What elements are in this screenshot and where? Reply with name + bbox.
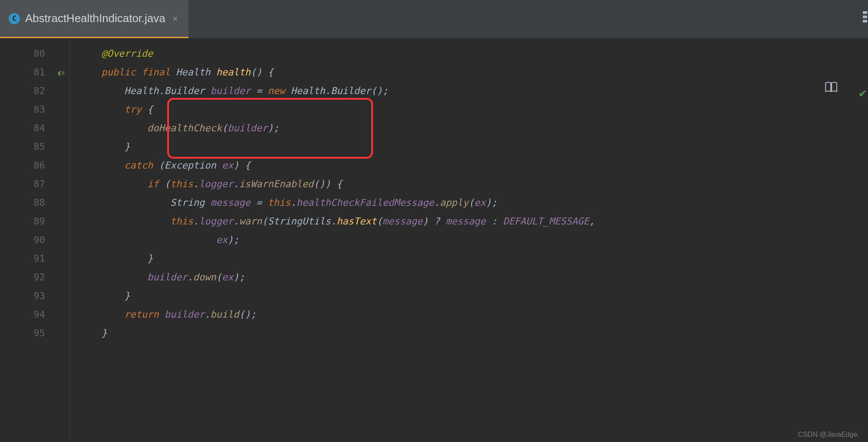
line-number: 94 <box>34 305 45 324</box>
code-line: try { <box>70 100 868 119</box>
line-number: 80 <box>34 44 45 63</box>
line-number: 89 <box>34 212 45 231</box>
code-line: if (this.logger.isWarnEnabled()) { <box>70 175 868 193</box>
line-number: 86 <box>34 156 45 175</box>
tab-bar: C AbstractHealthIndicator.java × <box>0 0 868 38</box>
code-line: catch (Exception ex) { <box>70 156 868 175</box>
inspection-ok-icon[interactable]: ✔ <box>859 86 866 100</box>
code-content[interactable]: @Override public final Health health() {… <box>69 38 868 442</box>
line-number: 83 <box>34 100 45 119</box>
line-number: 93 <box>34 286 45 305</box>
file-tab[interactable]: C AbstractHealthIndicator.java × <box>0 0 188 38</box>
reader-mode-icon[interactable] <box>825 81 838 95</box>
more-menu-icon[interactable] <box>863 11 868 23</box>
code-line: } <box>70 249 868 268</box>
code-line: } <box>70 324 868 342</box>
override-gutter-icon[interactable]: ◐ <box>58 63 66 81</box>
code-line: return builder.build(); <box>70 305 868 324</box>
close-icon[interactable]: × <box>171 14 180 23</box>
code-line: @Override <box>70 44 868 63</box>
line-number: 82 <box>34 81 45 100</box>
line-number: 81 <box>34 63 45 81</box>
watermark-text: CSDN @JavaEdge. <box>798 431 859 439</box>
code-line: String message = this.healthCheckFailedM… <box>70 193 868 212</box>
class-file-icon: C <box>9 13 20 24</box>
line-number: 92 <box>34 268 45 286</box>
line-number: 95 <box>34 324 45 342</box>
code-line: doHealthCheck(builder); <box>70 119 868 137</box>
line-number: 84 <box>34 119 45 137</box>
code-line: Health.Builder builder = new Health.Buil… <box>70 81 868 100</box>
line-number: 91 <box>34 249 45 268</box>
line-gutter: 80 81 ◐ 82 83 84 85 86 87 88 89 90 91 92… <box>0 38 69 442</box>
line-number: 88 <box>34 193 45 212</box>
code-line: ex); <box>70 231 868 249</box>
line-number: 85 <box>34 137 45 156</box>
code-line: this.logger.warn(StringUtils.hasText(mes… <box>70 212 868 231</box>
line-number: 90 <box>34 231 45 249</box>
code-line: } <box>70 286 868 305</box>
code-editor[interactable]: 80 81 ◐ 82 83 84 85 86 87 88 89 90 91 92… <box>0 38 868 442</box>
tab-filename: AbstractHealthIndicator.java <box>25 12 165 25</box>
code-line: builder.down(ex); <box>70 268 868 286</box>
code-line: public final Health health() { <box>70 63 868 81</box>
code-line: } <box>70 137 868 156</box>
line-number: 87 <box>34 175 45 193</box>
